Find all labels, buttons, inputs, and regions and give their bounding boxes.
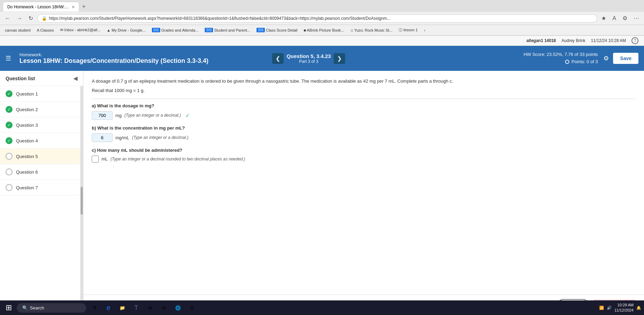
header-score: HW Score: 23.52%, 7.76 of 33 points Poin… — [351, 51, 598, 66]
sidebar-item-q5[interactable]: Question 5 — [0, 149, 80, 164]
q3-label: Question 3 — [16, 123, 38, 128]
time-text: 10:28 AM — [614, 302, 634, 308]
q4-status-icon: ✓ — [6, 137, 13, 144]
sidebar-collapse-btn[interactable]: ◀ — [73, 75, 78, 82]
bookmark-lesson[interactable]: ⓘ lesson 1 — [397, 27, 420, 33]
profile-btn[interactable]: A — [610, 15, 618, 22]
part-b-label: b) What is the concentration in mg per m… — [92, 125, 636, 131]
main-content: Question list ◀ ✓ Question 1 ✓ Question … — [0, 71, 644, 315]
next-question-btn[interactable]: ❯ — [334, 53, 345, 64]
part-c-unit: mL — [101, 156, 108, 161]
bookmark-classes[interactable]: A Classes — [35, 27, 56, 33]
favorites-btn[interactable]: ★ — [599, 14, 608, 22]
part-b-unit: mg/mL — [115, 135, 129, 140]
sidebar: Question list ◀ ✓ Question 1 ✓ Question … — [0, 71, 83, 315]
sidebar-item-q7[interactable]: Question 7 — [0, 180, 80, 196]
question-part: Part 3 of 3 — [286, 59, 331, 64]
active-tab[interactable]: Do Homework - Lesson 18HW: D... × — [3, 2, 79, 11]
volume-icon: 🔊 — [607, 306, 612, 310]
bookmark-grades[interactable]: SIS Grades and Attenda... — [150, 27, 201, 33]
notification-icon[interactable]: 🔔 — [636, 306, 641, 310]
tab-close-btn[interactable]: × — [72, 4, 75, 10]
part-c-row: mL (Type an integer or a decimal rounded… — [92, 156, 636, 163]
q6-label: Question 6 — [16, 169, 38, 175]
store-icon[interactable]: 🛍 — [144, 301, 156, 314]
edge-icon[interactable]: e — [102, 301, 115, 314]
refresh-btn[interactable]: ↻ — [26, 14, 35, 22]
expand-bookmarks[interactable]: › — [422, 27, 427, 33]
sidebar-item-q4[interactable]: ✓ Question 4 — [0, 133, 80, 149]
part-b-hint: (Type an integer or a decimal.) — [132, 135, 189, 140]
part-a-check: ✓ — [185, 112, 190, 119]
q2-label: Question 2 — [16, 107, 38, 112]
bookmark-class-score[interactable]: SIS Class Score Detail — [254, 27, 300, 33]
taskbar: ⊞ 🔍 Search ⧉ e 📁 T 🛍 ✉ 🌐 ◎ 📶 🔊 10:28 AM … — [0, 300, 644, 315]
bookmark-student[interactable]: SIS Student and Parent... — [203, 27, 252, 33]
teams-icon[interactable]: T — [130, 301, 142, 314]
wifi-icon: 📶 — [599, 306, 604, 310]
part-c-checkbox[interactable] — [92, 156, 99, 163]
sidebar-item-q2[interactable]: ✓ Question 2 — [0, 102, 80, 117]
sidebar-list: ✓ Question 1 ✓ Question 2 ✓ Question 3 ✓… — [0, 86, 80, 315]
menu-btn[interactable]: ⋯ — [631, 14, 641, 22]
sidebar-item-q3[interactable]: ✓ Question 3 — [0, 117, 80, 133]
part-a-input[interactable] — [92, 111, 113, 120]
help-icon[interactable]: ? — [631, 37, 638, 44]
chrome-icon[interactable]: ◎ — [186, 301, 198, 314]
taskbar-search[interactable]: 🔍 Search — [17, 303, 86, 313]
bookmarks-bar: canvas student A Classes ✉ Inbox - abrin… — [0, 25, 644, 35]
search-icon: 🔍 — [22, 305, 28, 310]
task-view-btn[interactable]: ⧉ — [88, 301, 101, 314]
user-name: Audrey Brink — [562, 38, 586, 43]
explorer-icon[interactable]: 📁 — [116, 301, 129, 314]
question-text: A dosage of 0.7 g of an epilepsy treatme… — [92, 78, 636, 85]
start-btn[interactable]: ⊞ — [3, 302, 15, 314]
mail-icon[interactable]: ✉ — [158, 301, 170, 314]
browser-chrome: Do Homework - Lesson 18HW: D... × + ← → … — [0, 0, 644, 36]
sidebar-header: Question list ◀ — [0, 71, 83, 86]
question-number: Question 5, 3.4.23 — [286, 53, 331, 59]
sidebar-item-q6[interactable]: Question 6 — [0, 164, 80, 180]
settings-btn[interactable]: ⚙ — [603, 55, 609, 62]
header-title: Homework: Lesson 18HW: Dosages/Concentra… — [19, 52, 267, 65]
forward-btn[interactable]: → — [15, 15, 24, 22]
bookmark-picture[interactable]: ■ ABrink Picture Book... — [302, 27, 346, 33]
sidebar-scrollbar[interactable] — [80, 86, 83, 315]
bookmark-yuzu[interactable]: ♫ Yuzu: Rock Music St... — [348, 27, 394, 33]
part-b-input[interactable] — [92, 133, 113, 142]
tab-label: Do Homework - Lesson 18HW: D... — [7, 5, 70, 9]
user-bar: allegan1 14018 Audrey Brink 11/12/24 10:… — [0, 36, 644, 46]
prev-question-btn[interactable]: ❮ — [272, 53, 284, 64]
user-date: 11/12/24 10:28 AM — [591, 38, 626, 43]
bookmark-inbox[interactable]: ✉ Inbox - abrink2@all... — [58, 27, 103, 33]
q7-status-icon — [6, 184, 13, 191]
lock-icon: 🔒 — [42, 16, 47, 21]
sidebar-item-q1[interactable]: ✓ Question 1 — [0, 86, 80, 102]
address-bar[interactable]: 🔒 https://mylab.pearson.com/Student/Play… — [37, 14, 597, 23]
hw-score-text: HW Score: 23.52%, 7.76 of 33 points — [351, 51, 598, 58]
sidebar-title: Question list — [6, 76, 35, 81]
new-tab-btn[interactable]: + — [82, 3, 86, 10]
q4-label: Question 4 — [16, 138, 38, 143]
part-a-hint: (Type an integer or a decimal.) — [124, 113, 181, 118]
back-btn[interactable]: ← — [3, 15, 13, 22]
app-header: ☰ Homework: Lesson 18HW: Dosages/Concent… — [0, 46, 644, 71]
save-btn[interactable]: Save — [613, 53, 638, 64]
header-nav: ❮ Question 5, 3.4.23 Part 3 of 3 ❯ — [272, 53, 345, 64]
header-actions: ⚙ Save — [603, 53, 638, 64]
q7-label: Question 7 — [16, 185, 38, 190]
search-text: Search — [30, 305, 44, 310]
q1-status-icon: ✓ — [6, 90, 13, 97]
bookmark-drive[interactable]: ▲ My Drive - Google... — [105, 27, 148, 33]
part-c-hint: (Type an integer or a decimal rounded to… — [111, 157, 245, 161]
hamburger-icon[interactable]: ☰ — [6, 55, 11, 62]
q5-status-icon — [6, 153, 13, 160]
extensions-btn[interactable]: ⚙ — [620, 14, 629, 22]
globe-icon[interactable]: 🌐 — [172, 301, 184, 314]
taskbar-icons: ⧉ e 📁 T 🛍 ✉ 🌐 ◎ — [88, 301, 198, 314]
app-container: allegan1 14018 Audrey Brink 11/12/24 10:… — [0, 36, 644, 315]
taskbar-right: 📶 🔊 10:28 AM 11/12/2024 🔔 — [599, 302, 641, 313]
account-label: allegan1 14018 — [527, 38, 556, 43]
q5-label: Question 5 — [16, 154, 38, 159]
bookmark-canvas[interactable]: canvas student — [3, 27, 33, 33]
